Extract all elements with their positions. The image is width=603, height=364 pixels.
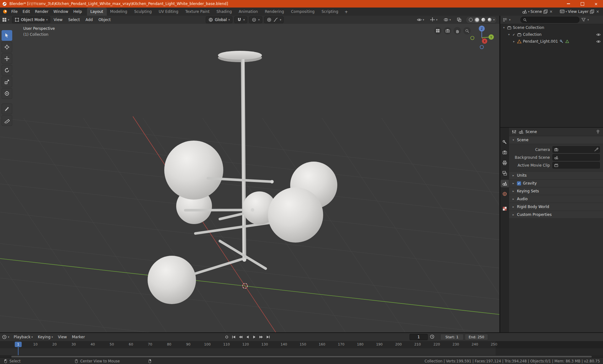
filter-icon[interactable] [581, 17, 586, 22]
tool-box-select[interactable] [2, 30, 12, 41]
chevron-down-icon[interactable]: ▾ [528, 10, 530, 13]
workspace-tab-rendering[interactable]: Rendering [261, 8, 287, 16]
panel-rigid-body-world[interactable]: ▸Rigid Body World [509, 203, 603, 211]
timeline-editor-type-button[interactable]: ▾ [0, 335, 11, 340]
close-button[interactable]: × [589, 0, 603, 8]
pendant-light-model[interactable] [148, 51, 337, 304]
tool-measure[interactable] [2, 115, 12, 126]
frame-start-field[interactable]: Start: 1 [440, 334, 464, 340]
new-scene-icon[interactable] [543, 9, 548, 14]
pendant-rod[interactable] [185, 210, 253, 210]
field-active-movie-clip[interactable] [552, 162, 600, 169]
panel-audio[interactable]: ▸Audio [509, 195, 603, 203]
add-workspace-button[interactable]: + [342, 9, 351, 14]
transport-auto-keyframe[interactable] [224, 334, 230, 340]
outliner-row-scene-collection[interactable]: ▾Scene Collection [500, 24, 603, 31]
frame-end-field[interactable]: End: 250 [465, 334, 488, 340]
overlays-dropdown[interactable]: ▾ [442, 17, 453, 22]
mode-dropdown[interactable]: Object Mode ▾ [12, 16, 50, 23]
chevron-down-icon[interactable]: ▾ [566, 10, 567, 13]
properties-tab-texture[interactable] [501, 205, 509, 212]
camera-view-button[interactable] [444, 27, 451, 35]
snap-toggle[interactable]: ▾ [234, 16, 247, 23]
rod-end-cap[interactable] [251, 208, 254, 212]
field-background-scene[interactable] [552, 154, 600, 161]
timeline-menu-view[interactable]: View [55, 335, 69, 339]
workspace-tab-uv-editing[interactable]: UV Editing [155, 8, 182, 16]
use-preview-range-icon[interactable] [430, 334, 435, 339]
outliner-row-pendant-light-001[interactable]: ▸Pendant_Light.001 [500, 38, 603, 45]
editor-type-button[interactable]: ▾ [0, 17, 11, 22]
workspace-tab-sculpting[interactable]: Sculpting [131, 8, 155, 16]
viewport-scene[interactable] [0, 24, 499, 332]
chevron-down-icon[interactable]: ▾ [509, 19, 511, 21]
chevron-down-icon[interactable]: ▾ [493, 19, 495, 21]
tool-rotate[interactable] [2, 65, 12, 76]
current-frame-field[interactable]: 1 [410, 334, 428, 340]
view-gizmo[interactable]: Z Y X [469, 24, 495, 51]
collapse-icon[interactable]: ▾ [502, 26, 506, 29]
scene-datablock-icon[interactable] [522, 9, 527, 14]
properties-editor-icon[interactable] [512, 129, 517, 134]
properties-tab-render[interactable] [501, 149, 509, 156]
gizmos-dropdown[interactable]: ▾ [428, 17, 439, 22]
tool-annotate[interactable] [2, 104, 12, 114]
transform-orientation-dropdown[interactable]: Global ▾ [206, 16, 232, 23]
workspace-tab-modeling[interactable]: Modeling [107, 8, 131, 16]
viewport-menu-object[interactable]: Object [95, 18, 113, 22]
playhead-line[interactable] [18, 347, 19, 355]
pendant-globe[interactable] [164, 141, 223, 200]
tool-cursor[interactable] [2, 42, 12, 52]
field-camera[interactable] [552, 146, 600, 153]
shading-solid[interactable] [474, 17, 480, 23]
panel-scene[interactable]: ▾Scene [509, 136, 603, 144]
properties-tab-tool[interactable] [501, 138, 509, 146]
shading-rendered[interactable] [487, 17, 492, 23]
pendant-main-rod[interactable] [241, 59, 246, 259]
timeline-menu-keying[interactable]: Keying▾ [35, 335, 56, 339]
transport-jump-to-prev-keyframe[interactable] [237, 334, 244, 340]
workspace-tab-shading[interactable]: Shading [213, 8, 235, 16]
timeline-menu-playback[interactable]: Playback▾ [11, 335, 35, 339]
visibility-dropdown[interactable]: ▾ [415, 17, 426, 22]
blender-menu-icon[interactable] [3, 9, 8, 14]
maximize-button[interactable] [575, 0, 589, 8]
scene-name[interactable]: Scene [530, 9, 542, 14]
eye-icon[interactable] [596, 32, 601, 37]
playhead[interactable]: 1 [15, 342, 22, 347]
panel-units[interactable]: ▸Units [509, 172, 603, 179]
workspace-tab-scripting[interactable]: Scripting [318, 8, 342, 16]
properties-tab-scene[interactable] [501, 180, 509, 187]
eye-icon[interactable] [596, 39, 601, 44]
pendant-rod[interactable] [194, 258, 247, 274]
rod-end-cap[interactable] [242, 258, 246, 262]
transport-play[interactable] [251, 334, 258, 340]
transport-jump-to-next-keyframe[interactable] [258, 334, 264, 340]
rod-end-cap[interactable] [270, 180, 274, 184]
viewport-menu-view[interactable]: View [51, 18, 65, 22]
tool-scale[interactable] [2, 77, 12, 87]
menu-window[interactable]: Window [51, 9, 71, 14]
panel-gravity[interactable]: ▸✓Gravity [509, 179, 603, 187]
new-view-layer-icon[interactable] [589, 9, 595, 14]
properties-tab-view-layer[interactable] [501, 169, 509, 177]
unlink-scene-icon[interactable]: × [549, 9, 553, 14]
properties-tab-output[interactable] [501, 159, 509, 167]
shading-material-preview[interactable] [481, 17, 486, 23]
menu-help[interactable]: Help [71, 9, 84, 14]
expand-icon[interactable]: ▸ [512, 40, 516, 43]
outliner-row-collection[interactable]: ▾✓Collection [500, 31, 603, 38]
workspace-tab-compositing[interactable]: Compositing [287, 8, 318, 16]
proportional-editing-dropdown[interactable]: ▾ [264, 16, 284, 23]
outliner-editor-icon[interactable] [503, 17, 508, 22]
transport-jump-to-start[interactable] [231, 334, 237, 340]
pendant-globe[interactable] [268, 187, 323, 243]
chevron-down-icon[interactable]: ▾ [588, 19, 589, 21]
viewport-menu-add[interactable]: Add [83, 18, 95, 22]
transport-play-reverse[interactable] [244, 334, 251, 340]
gizmo-z-negative[interactable] [480, 46, 484, 49]
gizmo-y-negative[interactable] [471, 36, 474, 40]
shading-wireframe[interactable] [468, 17, 473, 23]
pan-view-button[interactable] [454, 27, 461, 35]
view-layer-name[interactable]: View Layer [568, 9, 589, 14]
